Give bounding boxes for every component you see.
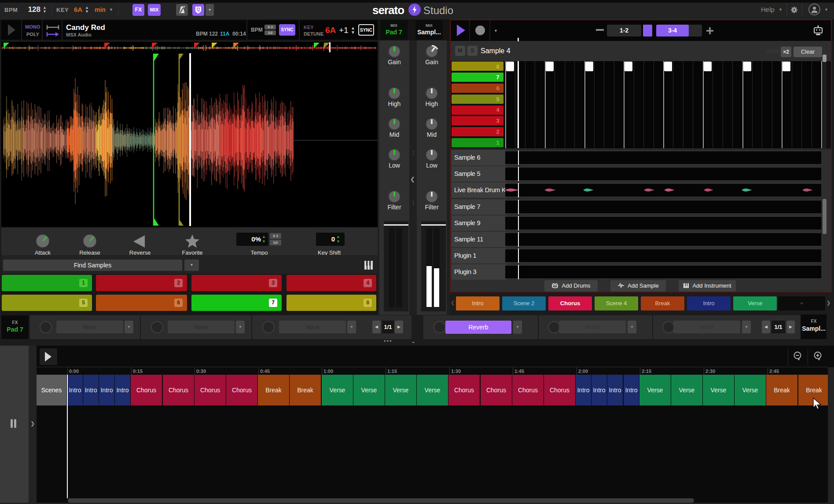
svg-text:Q: Q [197,7,200,12]
